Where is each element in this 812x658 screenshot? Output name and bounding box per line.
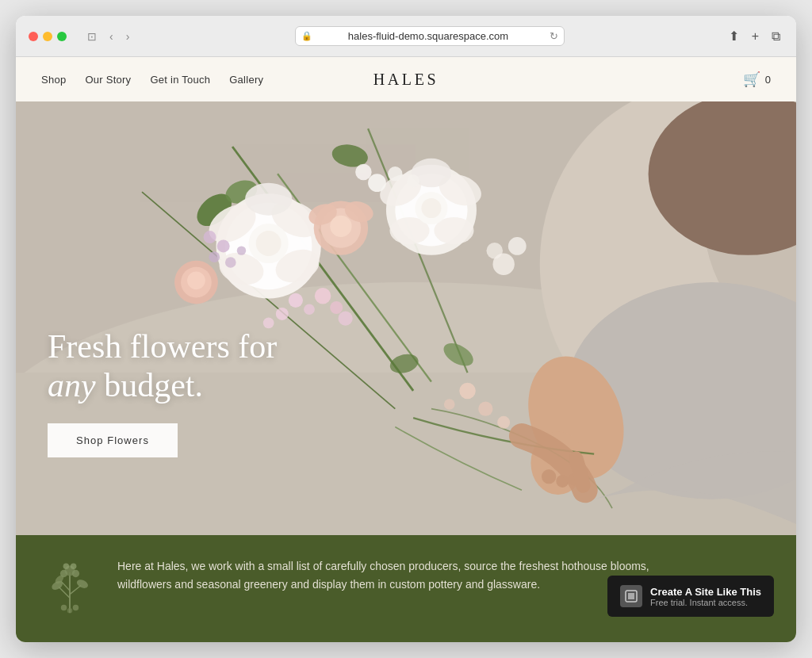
svg-point-47 — [289, 293, 303, 308]
site-logo[interactable]: HALES — [373, 71, 439, 89]
svg-point-51 — [330, 301, 343, 314]
browser-actions: ⬆ + ⧉ — [726, 25, 783, 47]
hero-headline: Fresh flowers for any budget. — [48, 327, 277, 404]
browser-chrome: ⊡ ‹ › 🔒 ↻ ⬆ + ⧉ — [16, 16, 796, 57]
svg-point-65 — [486, 243, 503, 259]
svg-point-52 — [263, 318, 274, 329]
svg-point-29 — [256, 231, 282, 256]
browser-controls: ⊡ ‹ › — [82, 27, 134, 46]
svg-point-80 — [63, 564, 69, 569]
svg-point-59 — [368, 174, 386, 192]
cart-count: 0 — [765, 74, 771, 86]
svg-point-61 — [355, 164, 372, 181]
traffic-lights — [29, 32, 67, 41]
tab-overview-button[interactable]: ⧉ — [768, 26, 783, 47]
forward-button[interactable]: › — [121, 27, 135, 46]
floral-icon — [48, 557, 92, 620]
svg-point-25 — [245, 183, 292, 216]
nav-gallery[interactable]: Gallery — [229, 74, 263, 86]
svg-point-64 — [508, 237, 527, 255]
browser-window: ⊡ ‹ › 🔒 ↻ ⬆ + ⧉ Shop Our Story Get in To… — [16, 16, 796, 642]
squarespace-icon — [620, 585, 642, 607]
banner-text: Create A Site Like This Free trial. Inst… — [650, 586, 761, 607]
banner-main-text: Create A Site Like This — [650, 586, 761, 598]
back-button[interactable]: ‹ — [105, 27, 118, 46]
lock-icon: 🔒 — [301, 31, 312, 41]
svg-point-67 — [478, 402, 492, 416]
nav-shop[interactable]: Shop — [41, 74, 66, 86]
hero-text: Fresh flowers for any budget. Shop Flowe… — [48, 327, 277, 457]
svg-point-50 — [315, 288, 331, 304]
svg-point-9 — [542, 469, 556, 484]
svg-point-49 — [276, 308, 289, 320]
share-button[interactable]: ⬆ — [726, 25, 742, 47]
svg-point-68 — [497, 416, 510, 429]
svg-point-69 — [444, 399, 455, 410]
nav-our-story[interactable]: Our Story — [85, 74, 131, 86]
svg-point-54 — [217, 239, 230, 252]
tab-view-button[interactable]: ⊡ — [82, 27, 102, 46]
minimize-button[interactable] — [43, 32, 52, 41]
svg-point-79 — [72, 570, 79, 577]
svg-line-72 — [70, 586, 81, 595]
svg-point-57 — [204, 231, 216, 243]
maximize-button[interactable] — [57, 32, 67, 41]
svg-point-81 — [71, 564, 76, 569]
svg-point-58 — [237, 246, 246, 254]
svg-point-62 — [407, 174, 419, 187]
banner-sub-text: Free trial. Instant access. — [650, 598, 761, 607]
close-button[interactable] — [29, 32, 38, 41]
nav-get-in-touch[interactable]: Get in Touch — [150, 74, 210, 86]
url-input[interactable] — [295, 26, 565, 46]
hero-section: Fresh flowers for any budget. Shop Flowe… — [16, 101, 796, 535]
shop-flowers-button[interactable]: Shop Flowers — [48, 423, 178, 457]
svg-point-43 — [330, 216, 351, 237]
svg-point-66 — [459, 383, 476, 400]
svg-point-78 — [60, 570, 67, 577]
svg-rect-86 — [628, 593, 634, 599]
reload-icon[interactable]: ↻ — [550, 30, 558, 42]
svg-point-82 — [61, 605, 67, 610]
address-bar: 🔒 ↻ — [144, 26, 715, 46]
nav-left: Shop Our Story Get in Touch Gallery — [41, 74, 263, 86]
nav-cart[interactable]: 🛒 0 — [743, 71, 771, 88]
svg-point-38 — [421, 198, 441, 218]
site-content: Shop Our Story Get in Touch Gallery HALE… — [16, 57, 796, 642]
svg-point-53 — [338, 312, 352, 326]
svg-point-48 — [304, 304, 315, 315]
svg-point-83 — [73, 605, 79, 610]
flower-arrangement — [16, 101, 796, 535]
svg-point-55 — [209, 251, 220, 262]
cart-icon: 🛒 — [743, 71, 760, 88]
create-site-banner[interactable]: Create A Site Like This Free trial. Inst… — [607, 576, 774, 617]
svg-point-46 — [187, 271, 205, 289]
new-tab-button[interactable]: + — [749, 26, 762, 47]
svg-point-56 — [225, 257, 236, 268]
svg-point-60 — [388, 166, 402, 181]
bottom-description: Here at Hales, we work with a small list… — [117, 557, 657, 593]
site-nav: Shop Our Story Get in Touch Gallery HALE… — [16, 57, 796, 101]
svg-point-84 — [67, 608, 73, 614]
